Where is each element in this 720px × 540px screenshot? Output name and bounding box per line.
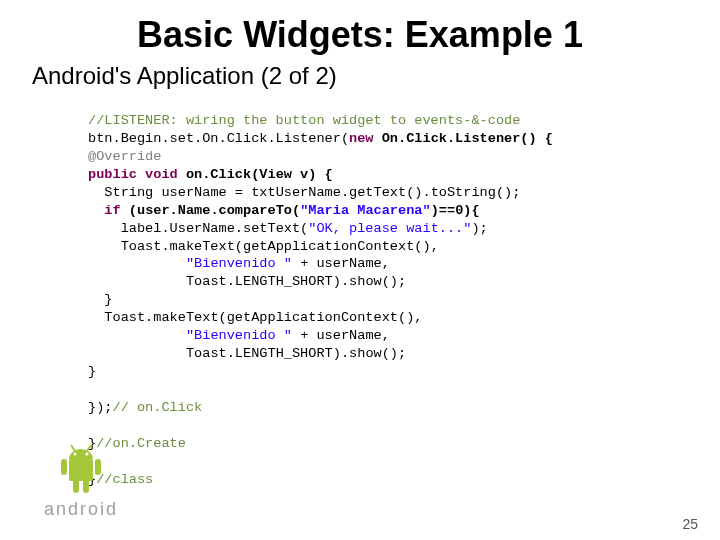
slide-subtitle: Android's Application (2 of 2)	[32, 62, 720, 90]
code-line: Toast.	[186, 346, 235, 361]
android-icon	[57, 441, 105, 497]
svg-point-8	[85, 452, 88, 455]
code-line: );	[471, 221, 487, 236]
code-line: + userName,	[292, 328, 390, 343]
code-line: on.Click(View v) {	[178, 167, 333, 182]
code-line: btn.Begin.set.On.Click.Listener(	[88, 131, 349, 146]
code-line: (user.Name.compareTo(	[121, 203, 300, 218]
code-line: Toast.makeText(getApplicationContext(),	[121, 239, 439, 254]
code-line: On.Click.Listener() {	[374, 131, 553, 146]
code-keyword: public void	[88, 167, 178, 182]
code-line	[88, 185, 104, 200]
code-line	[88, 310, 104, 325]
code-line: Toast.makeText(getApplicationContext(),	[104, 310, 422, 325]
svg-rect-1	[61, 459, 67, 475]
code-line	[88, 239, 121, 254]
code-line	[88, 203, 104, 218]
svg-rect-2	[95, 459, 101, 475]
code-block: //LISTENER: wiring the button widget to …	[88, 94, 720, 489]
code-line: LENGTH_SHORT	[235, 346, 333, 361]
code-line: Toast.	[186, 274, 235, 289]
code-string: "Maria Macarena"	[300, 203, 431, 218]
android-logo: android	[26, 441, 136, 520]
svg-point-7	[73, 452, 76, 455]
code-keyword: new	[349, 131, 373, 146]
code-comment: //LISTENER: wiring the button widget to …	[88, 113, 520, 128]
brand-label: android	[26, 499, 136, 520]
code-line: )==0){	[431, 203, 480, 218]
code-line: LENGTH_SHORT	[235, 274, 333, 289]
code-line	[88, 292, 104, 307]
code-line: });	[88, 400, 112, 415]
code-line: }	[104, 292, 112, 307]
code-line	[88, 328, 186, 343]
code-line: }	[88, 364, 96, 379]
code-comment: // on.Click	[112, 400, 202, 415]
code-line: String userName = txtUserName.getText().…	[104, 185, 520, 200]
code-keyword: if	[104, 203, 120, 218]
code-line	[88, 221, 121, 236]
slide-title: Basic Widgets: Example 1	[0, 14, 720, 56]
code-line: label.UserName.setText(	[121, 221, 309, 236]
svg-rect-3	[73, 479, 79, 493]
code-string: "Bienvenido "	[186, 328, 292, 343]
code-line	[88, 274, 186, 289]
svg-line-5	[71, 445, 75, 451]
code-line: + userName,	[292, 256, 390, 271]
code-string: "OK, please wait..."	[308, 221, 471, 236]
code-line: ).show();	[333, 274, 406, 289]
code-line: ).show();	[333, 346, 406, 361]
svg-rect-4	[83, 479, 89, 493]
page-number: 25	[682, 516, 698, 532]
code-line	[88, 346, 186, 361]
code-line	[88, 256, 186, 271]
svg-line-6	[87, 445, 91, 451]
code-string: "Bienvenido "	[186, 256, 292, 271]
code-annotation: @Override	[88, 149, 161, 164]
svg-rect-0	[69, 459, 93, 481]
